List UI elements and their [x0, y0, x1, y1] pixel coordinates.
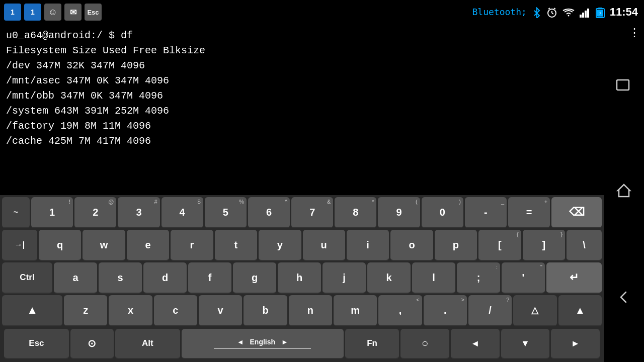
key-f[interactable]: f — [188, 262, 231, 294]
lang-arrow-left[interactable]: ◄ — [237, 338, 244, 346]
key-z[interactable]: z — [64, 295, 107, 326]
terminal-row: /system 643M 391M 252M 4096 — [6, 104, 598, 119]
terminal-header: Filesystem Size Used Free Blksize — [6, 43, 598, 58]
key-5[interactable]: %5 — [205, 197, 247, 228]
key-h[interactable]: h — [278, 262, 321, 294]
right-nav — [604, 24, 644, 362]
key-shift-left[interactable]: ▲ — [2, 295, 62, 326]
notif-icon-chat: ☺ — [44, 4, 61, 21]
key-c[interactable]: c — [154, 295, 197, 326]
terminal-rows: /dev 347M 32K 347M 4096/mnt/asec 347M 0K… — [6, 58, 598, 149]
key-ctrl[interactable]: Ctrl — [2, 262, 52, 294]
alarm-icon — [546, 7, 557, 18]
key-up-arrow[interactable]: △ — [513, 295, 556, 326]
key-backspace[interactable]: ⌫ — [551, 197, 602, 228]
key-rbracket[interactable]: }] — [523, 230, 565, 261]
key-g[interactable]: g — [233, 262, 276, 294]
keyboard-row-zxcv: ▲ z x c v b n m <, >. ?/ △ ▲ — [2, 295, 602, 326]
key-4[interactable]: $4 — [162, 197, 203, 228]
key-i[interactable]: i — [347, 230, 389, 261]
key-j[interactable]: j — [323, 262, 366, 294]
key-home-circle[interactable]: ○ — [400, 329, 449, 359]
lang-selector: ◄ English ► — [237, 338, 288, 346]
key-comma[interactable]: <, — [378, 295, 422, 326]
svg-rect-13 — [617, 80, 629, 90]
key-equals[interactable]: += — [508, 197, 550, 228]
key-w[interactable]: w — [83, 230, 125, 261]
key-q[interactable]: q — [39, 230, 81, 261]
keyboard-row-qwerty: →| q w e r t y u i o p {[ }] \ — [2, 230, 602, 261]
key-x[interactable]: x — [109, 295, 152, 326]
terminal-row: /mnt/asec 347M 0K 347M 4096 — [6, 73, 598, 88]
keyboard: ~ !1 @2 #3 $4 %5 ^6 &7 *8 (9 )0 _- += ⌫ … — [0, 195, 604, 362]
signal-icon — [580, 7, 591, 18]
key-r[interactable]: r — [171, 230, 213, 261]
key-k[interactable]: k — [367, 262, 411, 294]
key-semicolon[interactable]: :; — [457, 262, 500, 294]
keyboard-row-asdf: Ctrl a s d f g h j k l :; "' ↵ — [2, 262, 602, 294]
svg-rect-7 — [585, 11, 587, 18]
key-y[interactable]: y — [259, 230, 301, 261]
key-o[interactable]: o — [390, 230, 433, 261]
key-n[interactable]: n — [289, 295, 332, 326]
key-d[interactable]: d — [143, 262, 187, 294]
key-enter[interactable]: ↵ — [546, 262, 602, 294]
key-slash[interactable]: ?/ — [468, 295, 512, 326]
key-alt[interactable]: Alt — [115, 329, 180, 359]
notif-icon-2: 1 — [24, 4, 41, 21]
svg-text:⚡: ⚡ — [599, 11, 601, 16]
key-s[interactable]: s — [99, 262, 142, 294]
key-nav-right[interactable]: ► — [551, 329, 600, 359]
key-6[interactable]: ^6 — [248, 197, 290, 228]
key-a[interactable]: a — [54, 262, 97, 294]
back-icon[interactable] — [616, 289, 632, 309]
svg-line-4 — [554, 8, 555, 9]
terminal-row: /dev 347M 32K 347M 4096 — [6, 58, 598, 73]
lang-arrow-right[interactable]: ► — [281, 338, 288, 346]
key-v[interactable]: v — [199, 295, 242, 326]
svg-line-2 — [552, 13, 553, 14]
terminal-row: /factory 19M 8M 11M 4096 — [6, 119, 598, 134]
key-nav-down[interactable]: ▼ — [501, 329, 550, 359]
key-fn[interactable]: Fn — [345, 329, 399, 359]
key-b[interactable]: b — [244, 295, 287, 326]
key-nav-left[interactable]: ◄ — [451, 329, 500, 359]
notif-icon-esc: Esc — [85, 4, 102, 21]
status-bar: 1 1 ☺ ✉ Esc Bluetooth; ⚡ 11:54 — [0, 0, 644, 24]
key-8[interactable]: *8 — [335, 197, 376, 228]
key-backslash[interactable]: \ — [567, 230, 602, 261]
key-u[interactable]: u — [303, 230, 345, 261]
svg-rect-5 — [580, 15, 582, 18]
terminal-row: /mnt/obb 347M 0K 347M 4096 — [6, 88, 598, 104]
home-icon[interactable] — [616, 183, 632, 202]
notif-icon-1: 1 — [4, 4, 21, 21]
key-shift-right[interactable]: ▲ — [558, 295, 602, 326]
key-space[interactable]: ◄ English ► — [182, 329, 344, 359]
key-esc[interactable]: Esc — [4, 329, 69, 359]
key-0[interactable]: )0 — [422, 197, 463, 228]
svg-rect-6 — [582, 13, 584, 18]
lang-label: English — [250, 338, 276, 346]
key-tilde[interactable]: ~ — [2, 197, 30, 228]
keyboard-bottom-row: Esc ⊙ Alt ◄ English ► Fn ○ ◄ ▼ ► — [2, 328, 602, 360]
key-m[interactable]: m — [334, 295, 377, 326]
key-tab[interactable]: →| — [2, 230, 37, 261]
key-e[interactable]: e — [127, 230, 169, 261]
key-1[interactable]: !1 — [31, 197, 73, 228]
key-period[interactable]: >. — [424, 295, 467, 326]
key-t[interactable]: t — [215, 230, 257, 261]
key-2[interactable]: @2 — [74, 197, 116, 228]
terminal-row: /cache 425M 7M 417M 4096 — [6, 134, 598, 149]
key-lbracket[interactable]: {[ — [478, 230, 521, 261]
key-3[interactable]: #3 — [118, 197, 159, 228]
key-settings[interactable]: ⊙ — [70, 329, 114, 359]
key-quote[interactable]: "' — [502, 262, 545, 294]
time-display: 11:54 — [610, 6, 638, 19]
key-9[interactable]: (9 — [378, 197, 420, 228]
square-icon[interactable] — [616, 78, 632, 96]
key-p[interactable]: p — [435, 230, 477, 261]
key-l[interactable]: l — [412, 262, 455, 294]
key-minus[interactable]: _- — [465, 197, 507, 228]
key-7[interactable]: &7 — [291, 197, 333, 228]
svg-rect-8 — [587, 9, 589, 18]
